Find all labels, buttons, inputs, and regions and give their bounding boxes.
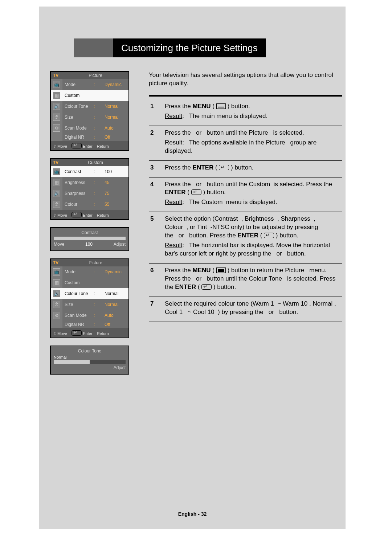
osd-footer: Move Enter Return — [51, 328, 128, 338]
osd-row-sep: : — [91, 299, 102, 310]
osd-sidebar-icon: ▦ — [53, 92, 60, 99]
osd-row-sep: : — [91, 288, 102, 299]
osd-enter-icon — [72, 330, 82, 336]
step-body: Select the option (Contrast , Brightness… — [165, 215, 342, 260]
osd-footer: Move Enter Return — [51, 141, 128, 150]
intro-text: Your television has several settings opt… — [149, 71, 342, 88]
bar-adjust: Adjust — [114, 242, 126, 247]
osd-row-label: Digital NR — [62, 321, 91, 328]
osd-row-label: Contrast — [62, 166, 91, 177]
step-row: 2Press the or button until the Picture i… — [149, 126, 342, 161]
osd-sidebar-icon: 📺 — [53, 81, 60, 88]
osd-sidebar-icon: 📺 — [53, 168, 60, 175]
osd-row-label: Digital NR — [62, 134, 91, 141]
osd-tv-label: TV — [51, 72, 62, 79]
osd-row-label: Colour Tone — [62, 101, 91, 112]
osd-row-value: Auto — [102, 123, 128, 134]
osd-row-value: 75 — [102, 188, 128, 199]
bar-track — [54, 360, 126, 364]
osd-screenshots-column: TVPicture 📺Mode:Dynamic▦Custom🔊Colour To… — [50, 71, 142, 382]
osd-row-sep — [91, 277, 102, 288]
osd-colourtone-bar: Colour Tone Normal Adjust — [50, 346, 129, 375]
osd-row: ▦Custom — [51, 90, 128, 101]
step-number: 3 — [149, 164, 165, 173]
osd-row-label: Scan Mode — [62, 310, 91, 321]
osd-row-label: Colour — [62, 199, 91, 210]
osd-title: Custom — [62, 159, 128, 166]
osd-move: Move — [53, 331, 67, 336]
osd-row: 🔊Sharpness:75 — [51, 188, 128, 199]
osd-sidebar-icon: ⚙ — [53, 312, 60, 319]
osd-return: Return — [97, 144, 109, 148]
step-number: 6 — [149, 266, 165, 293]
osd-row-value: Normal — [102, 112, 128, 123]
osd-row-label: Mode — [62, 79, 91, 90]
osd-row-value: Off — [102, 134, 128, 141]
osd-row: 🔊Colour Tone:Normal — [51, 101, 128, 112]
osd-move: Move — [53, 144, 67, 148]
osd-return: Return — [97, 213, 109, 217]
step-row: 7Select the required colour tone (Warm 1… — [149, 297, 342, 322]
osd-title: Picture — [62, 72, 128, 79]
result-label: Result — [165, 199, 182, 205]
osd-row-label: Custom — [62, 90, 91, 101]
osd-row-value: 45 — [102, 177, 128, 188]
bar-fill — [54, 237, 126, 240]
osd-menu-custom: TVCustom 📺Contrast:100▦Brightness:45🔊Sha… — [50, 158, 129, 220]
step-row: 1Press the MENU ( ) button.Result: The m… — [149, 99, 342, 126]
osd-row-value: Normal — [102, 101, 128, 112]
osd2-rows: 📺Contrast:100▦Brightness:45🔊Sharpness:75… — [51, 166, 128, 210]
osd-row-label: Brightness — [62, 177, 91, 188]
osd-sidebar-icon: ▦ — [53, 279, 60, 286]
result-label: Result — [165, 242, 182, 249]
osd-enter: Enter — [83, 213, 92, 217]
bar-value: 100 — [85, 242, 93, 247]
osd-row-value — [102, 90, 128, 101]
osd-enter: Enter — [83, 331, 92, 336]
osd-row-value: 55 — [102, 199, 128, 210]
osd-row-value: Off — [102, 321, 128, 328]
step-body: Press the or button until the Custom is … — [165, 180, 342, 208]
bar-title: Contrast — [54, 230, 126, 235]
osd-sidebar-icon: ⏱ — [53, 201, 60, 208]
two-column-layout: TVPicture 📺Mode:Dynamic▦Custom🔊Colour To… — [39, 40, 346, 382]
osd-row-sep: : — [91, 188, 102, 199]
osd-footer: Move Enter Return — [51, 210, 128, 219]
osd-enter: Enter — [83, 144, 92, 148]
osd-row-sep: : — [91, 177, 102, 188]
step-row: 3Press the ENTER ( ) button. — [149, 161, 342, 177]
step-number: 5 — [149, 215, 165, 260]
osd-row-value: Dynamic — [102, 79, 128, 90]
osd-enter-icon — [72, 212, 82, 217]
osd-return: Return — [97, 331, 109, 336]
osd-sidebar-icon: ⏱ — [53, 114, 60, 121]
title-block: Customizing the Picture Settings — [74, 38, 346, 57]
osd-row: 🔊Colour Tone:Normal — [51, 288, 128, 299]
osd-tv-label: TV — [51, 259, 62, 266]
osd-enter-icon — [72, 143, 82, 148]
osd-sidebar-icon: ⚙ — [53, 124, 60, 132]
osd-row-sep: : — [91, 79, 102, 90]
osd-row-sep: : — [91, 101, 102, 112]
osd-row-sep: : — [91, 123, 102, 134]
osd-row-value — [102, 277, 128, 288]
step-body: Press the ENTER ( ) button. — [165, 164, 342, 173]
osd-row: ⚙Scan Mode:Auto — [51, 310, 128, 321]
osd-row-label: Sharpness — [62, 188, 91, 199]
step-row: 6Press the MENU ( ) button to return the… — [149, 264, 342, 297]
step-row: 5Select the option (Contrast , Brightnes… — [149, 212, 342, 264]
bar-adjust: Adjust — [114, 365, 126, 370]
osd-move: Move — [53, 213, 67, 217]
bar-move: Move — [54, 242, 64, 247]
step-row: 4Press the or button until the Custom is… — [149, 177, 342, 212]
osd-row-label: Size — [62, 112, 91, 123]
osd-row: ⏱Colour:55 — [51, 199, 128, 210]
osd-row-value: Normal — [102, 299, 128, 310]
step-number: 4 — [149, 180, 165, 208]
step-number: 1 — [149, 102, 165, 122]
result-label: Result — [165, 113, 182, 119]
osd-row-sep: : — [91, 310, 102, 321]
page-title: Customizing the Picture Settings — [113, 38, 266, 57]
osd-menu-picture-colourtone: TVPicture 📺Mode:Dynamic▦Custom🔊Colour To… — [50, 258, 129, 338]
step-body: Select the required colour tone (Warm 1 … — [165, 300, 342, 318]
